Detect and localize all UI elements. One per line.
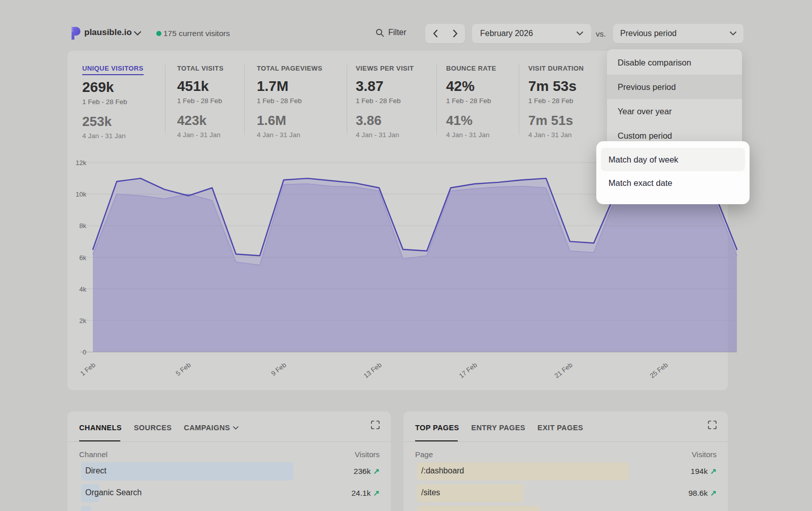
metric-value: 3.87	[356, 78, 414, 94]
svg-text:9 Feb: 9 Feb	[269, 361, 287, 377]
menu-item-previous-period[interactable]: Previous period	[607, 75, 742, 99]
metric-prev-value: 7m 51s	[528, 113, 584, 129]
comparison-select[interactable]: Previous period	[613, 24, 743, 43]
row-bar	[81, 506, 91, 511]
row-name[interactable]: Organic Search	[85, 488, 142, 497]
row-bar	[417, 506, 540, 511]
menu-item-match-day-of-week[interactable]: Match day of week	[601, 148, 745, 171]
metric-prev-period: 4 Jan - 31 Jan	[82, 132, 144, 140]
metric-label: BOUNCE RATE	[446, 65, 496, 74]
divider	[244, 65, 245, 135]
svg-text:12k: 12k	[76, 159, 86, 167]
column-header-channel: Channel	[79, 450, 108, 459]
metric-prev-value: 41%	[446, 113, 496, 129]
menu-item-year-over-year[interactable]: Year over year	[607, 99, 742, 123]
row-name[interactable]: /sites	[421, 488, 440, 497]
date-range-select[interactable]: February 2026	[472, 24, 591, 43]
trend-up-icon: ↗	[710, 467, 717, 476]
trend-up-icon: ↗	[373, 467, 380, 476]
svg-text:2k: 2k	[79, 317, 86, 325]
tab-entry-pages[interactable]: ENTRY PAGES	[471, 424, 525, 432]
next-period-button[interactable]	[447, 24, 464, 43]
metric-period: 1 Feb - 28 Feb	[446, 97, 496, 105]
filter-button[interactable]: Filter	[376, 28, 407, 37]
tab-campaigns-label: CAMPAIGNS	[184, 424, 230, 432]
metric-total-visits[interactable]: TOTAL VISITS 451k 1 Feb - 28 Feb 423k 4 …	[177, 63, 223, 139]
metric-unique-visitors[interactable]: UNIQUE VISITORS 269k 1 Feb - 28 Feb 253k…	[82, 63, 144, 140]
table-row[interactable]: Direct 236k↗	[79, 462, 380, 481]
svg-text:5 Feb: 5 Feb	[174, 361, 192, 377]
prev-period-button[interactable]	[427, 24, 444, 43]
divider	[519, 65, 519, 135]
site-name[interactable]: plausible.io	[84, 27, 132, 38]
metric-period: 1 Feb - 28 Feb	[528, 97, 584, 105]
metric-value: 1.7M	[257, 78, 322, 94]
site-switcher[interactable]	[70, 26, 82, 40]
row-name[interactable]: Direct	[85, 466, 107, 475]
table-row-partial[interactable]	[79, 506, 380, 511]
tab-top-pages[interactable]: TOP PAGES	[415, 424, 459, 432]
svg-text:21 Feb: 21 Feb	[553, 361, 574, 380]
tab-sources[interactable]: SOURCES	[134, 424, 172, 432]
chevron-down-icon	[233, 426, 239, 430]
period-nav	[425, 24, 465, 43]
metric-prev-value: 3.86	[356, 113, 414, 129]
metric-views-per-visit[interactable]: VIEWS PER VISIT 3.87 1 Feb - 28 Feb 3.86…	[356, 63, 414, 139]
tab-channels[interactable]: CHANNELS	[79, 424, 122, 432]
trend-up-icon: ↗	[373, 489, 380, 498]
divider	[403, 441, 728, 442]
row-bar	[81, 462, 293, 481]
svg-text:0: 0	[83, 348, 86, 356]
tab-exit-pages[interactable]: EXIT PAGES	[537, 424, 583, 432]
metric-value: 451k	[177, 78, 223, 94]
tab-campaigns[interactable]: CAMPAIGNS	[184, 424, 239, 432]
row-name[interactable]: /:dashboard	[421, 466, 464, 475]
table-row-partial[interactable]	[415, 506, 717, 511]
plausible-logo-icon	[70, 26, 82, 40]
chevron-down-icon	[730, 31, 736, 36]
metric-label: VISIT DURATION	[528, 65, 584, 74]
metric-label: UNIQUE VISITORS	[82, 65, 144, 75]
vs-label: vs.	[596, 29, 606, 39]
svg-text:17 Feb: 17 Feb	[458, 361, 479, 380]
metric-bounce-rate[interactable]: BOUNCE RATE 42% 1 Feb - 28 Feb 41% 4 Jan…	[446, 63, 496, 139]
svg-text:13 Feb: 13 Feb	[362, 361, 383, 380]
table-row[interactable]: Organic Search 24.1k↗	[79, 484, 380, 502]
metric-visit-duration[interactable]: VISIT DURATION 7m 53s 1 Feb - 28 Feb 7m …	[528, 63, 584, 139]
site-chevron-down-icon[interactable]	[134, 31, 141, 36]
metric-value: 7m 53s	[528, 78, 584, 94]
search-icon	[376, 28, 384, 37]
divider	[436, 65, 437, 135]
date-range-label: February 2026	[480, 29, 533, 38]
metric-period: 1 Feb - 28 Feb	[356, 97, 414, 105]
comparison-label: Previous period	[620, 29, 676, 38]
svg-text:10k: 10k	[76, 190, 86, 198]
column-header-page: Page	[415, 450, 433, 459]
metric-prev-period: 4 Jan - 31 Jan	[177, 131, 223, 139]
chevron-down-icon	[577, 31, 583, 36]
metric-period: 1 Feb - 28 Feb	[82, 98, 144, 106]
svg-text:1 Feb: 1 Feb	[79, 361, 96, 377]
svg-text:4k: 4k	[79, 285, 86, 293]
trend-up-icon: ↗	[710, 489, 717, 498]
svg-text:8k: 8k	[79, 222, 86, 230]
expand-icon[interactable]	[371, 421, 380, 429]
divider	[67, 441, 391, 442]
menu-item-match-exact-date[interactable]: Match exact date	[596, 171, 750, 195]
channels-panel: CHANNELS SOURCES CAMPAIGNS Channel Visit…	[67, 411, 391, 511]
svg-text:6k: 6k	[79, 254, 86, 262]
metric-prev-period: 4 Jan - 31 Jan	[356, 131, 414, 139]
filter-label: Filter	[388, 28, 407, 37]
table-row[interactable]: /sites 98.6k↗	[415, 484, 717, 502]
column-header-visitors: Visitors	[692, 450, 717, 459]
metric-value: 42%	[446, 78, 496, 94]
metric-value: 269k	[82, 79, 144, 95]
metric-prev-period: 4 Jan - 31 Jan	[528, 131, 584, 139]
menu-item-disable-comparison[interactable]: Disable comparison	[607, 50, 742, 75]
table-row[interactable]: /:dashboard 194k↗	[415, 462, 717, 481]
current-visitors[interactable]: 175 current visitors	[163, 29, 230, 38]
svg-text:25 Feb: 25 Feb	[649, 361, 669, 380]
metric-total-pageviews[interactable]: TOTAL PAGEVIEWS 1.7M 1 Feb - 28 Feb 1.6M…	[257, 63, 322, 139]
pages-panel: TOP PAGES ENTRY PAGES EXIT PAGES Page Vi…	[403, 411, 728, 511]
expand-icon[interactable]	[708, 421, 717, 429]
